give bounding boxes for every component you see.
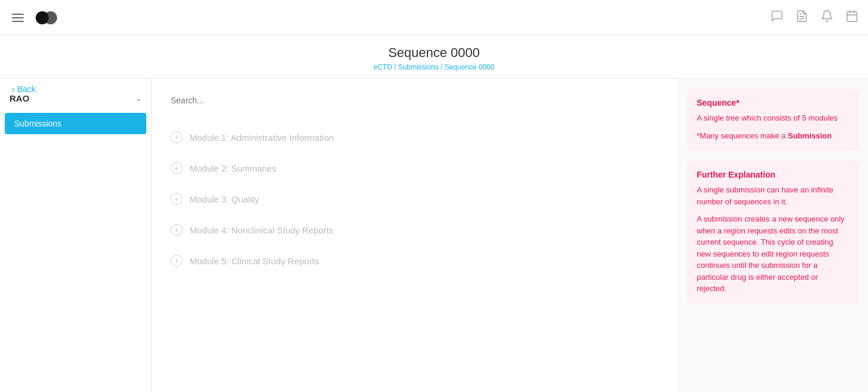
list-item[interactable]: + Module 3: Quality — [171, 184, 659, 214]
bell-icon[interactable] — [820, 10, 834, 26]
logo — [36, 11, 57, 24]
sidebar-org-label: RAO — [10, 93, 29, 103]
module-label: Module 4: Nonclinical Study Reports — [190, 225, 334, 235]
sub-header: ‹ Back Sequence 0000 eCTD / Submissions … — [0, 36, 868, 79]
expand-icon: + — [171, 193, 183, 205]
info-card-sequence-p1: A single tree which consists of 5 module… — [697, 112, 849, 124]
sidebar: RAO ⌄ Submissions — [0, 79, 152, 392]
back-arrow-icon: ‹ — [12, 84, 15, 94]
back-label: Back — [17, 84, 36, 94]
back-button[interactable]: ‹ Back — [12, 84, 36, 94]
navbar-right — [770, 10, 858, 26]
list-item[interactable]: + Module 2: Summaries — [171, 153, 659, 184]
expand-icon: + — [171, 224, 183, 236]
expand-icon: + — [171, 131, 183, 143]
chat-icon[interactable] — [770, 10, 784, 26]
search-input[interactable] — [171, 93, 659, 108]
sidebar-item-label: Submissions — [14, 119, 61, 128]
navbar-left — [10, 11, 57, 24]
hamburger-icon[interactable] — [10, 11, 26, 24]
logo-circle-left — [36, 11, 49, 24]
chevron-down-icon: ⌄ — [136, 94, 141, 103]
info-card-sequence-p2: *Many sequences make a Submission — [697, 130, 849, 142]
sidebar-item-submissions[interactable]: Submissions — [5, 113, 146, 134]
breadcrumb: eCTD / Submissions / Sequence 0000 — [373, 63, 494, 71]
navbar — [0, 0, 868, 36]
list-item[interactable]: + Module 1: Administrative Information — [171, 122, 659, 153]
module-list: + Module 1: Administrative Information +… — [152, 79, 678, 392]
calendar-icon[interactable] — [845, 10, 858, 26]
doc-icon[interactable] — [795, 10, 809, 26]
info-card-explanation-title: Further Explanation — [697, 170, 849, 179]
list-item[interactable]: + Module 5: Clinical Study Reports — [171, 245, 659, 276]
module-label: Module 1: Administrative Information — [190, 132, 334, 143]
module-label: Module 2: Summaries — [190, 163, 276, 173]
svg-rect-2 — [847, 12, 857, 21]
module-label: Module 5: Clinical Study Reports — [190, 256, 319, 266]
list-item[interactable]: + Module 4: Nonclinical Study Reports — [171, 214, 659, 245]
info-card-sequence-text: A single tree which consists of 5 module… — [697, 112, 849, 141]
main-layout: RAO ⌄ Submissions + Module 1: Administra… — [0, 79, 868, 392]
expand-icon: + — [171, 162, 183, 174]
info-card-explanation: Further Explanation A single submission … — [687, 160, 858, 304]
info-card-sequence: Sequence* A single tree which consists o… — [687, 88, 858, 151]
expand-icon: + — [171, 255, 183, 267]
info-card-explanation-p2: A submission creates a new sequence only… — [697, 213, 849, 295]
page-title: Sequence 0000 — [388, 45, 480, 61]
module-label: Module 3: Quality — [190, 194, 259, 204]
info-card-sequence-title: Sequence* — [697, 98, 849, 108]
info-card-explanation-p1: A single submission can have an infinite… — [697, 184, 849, 207]
info-panel: Sequence* A single tree which consists o… — [678, 79, 868, 392]
info-card-explanation-text: A single submission can have an infinite… — [697, 184, 849, 295]
content-area: + Module 1: Administrative Information +… — [152, 79, 868, 392]
